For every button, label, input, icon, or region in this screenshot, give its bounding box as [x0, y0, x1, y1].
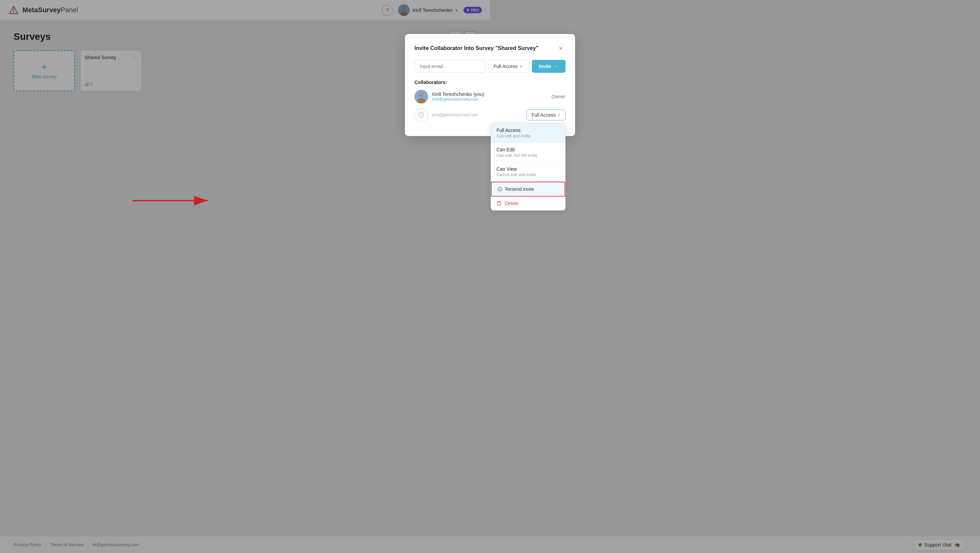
- owner-name: Kirill Tereshchenko (you): [432, 92, 490, 97]
- email-input[interactable]: [414, 60, 485, 73]
- pending-row: poli@getmetasurvey.com Full Access ∧ Ful…: [414, 108, 490, 122]
- owner-avatar: [414, 90, 428, 103]
- collaborators-label: Collaborators:: [414, 79, 490, 85]
- invite-row: Full Access ∨ Invite →: [414, 60, 490, 73]
- pending-avatar: [414, 108, 428, 122]
- pending-email: poli@getmetasurvey.com: [432, 113, 490, 118]
- owner-email: kirill@getmetasurvey.com: [432, 97, 490, 102]
- invite-modal: Invite Collaborator Into Survey "Shared …: [405, 34, 490, 136]
- modal-title: Invite Collaborator Into Survey "Shared …: [414, 45, 490, 51]
- owner-row: Kirill Tereshchenko (you) kirill@getmeta…: [414, 90, 490, 103]
- pending-info: poli@getmetasurvey.com: [432, 113, 490, 118]
- access-select[interactable]: Full Access ∨: [488, 60, 490, 73]
- owner-info: Kirill Tereshchenko (you) kirill@getmeta…: [432, 92, 490, 102]
- svg-point-9: [419, 92, 424, 97]
- modal-header: Invite Collaborator Into Survey "Shared …: [414, 43, 490, 53]
